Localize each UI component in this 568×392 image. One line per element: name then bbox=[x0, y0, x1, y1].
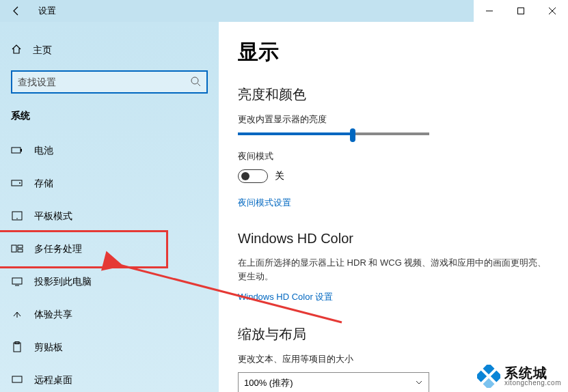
minimize-button[interactable] bbox=[474, 0, 505, 22]
multitask-icon bbox=[11, 244, 23, 255]
svg-point-9 bbox=[16, 218, 18, 219]
sidebar-item-battery[interactable]: 电池 bbox=[0, 135, 219, 167]
sidebar-item-label: 体验共享 bbox=[34, 309, 72, 321]
clipboard-icon bbox=[11, 341, 23, 354]
scale-select-value: 100% (推荐) bbox=[244, 377, 293, 389]
sidebar-home[interactable]: 主页 bbox=[0, 38, 219, 62]
svg-rect-18 bbox=[12, 376, 22, 382]
page-title: 显示 bbox=[238, 38, 549, 66]
watermark-domain: xitongcheng.com bbox=[504, 380, 561, 387]
svg-point-2 bbox=[191, 77, 198, 84]
brightness-slider[interactable] bbox=[238, 132, 429, 135]
svg-rect-10 bbox=[12, 245, 16, 252]
hd-color-desc: 在上面所选择的显示器上让 HDR 和 WCG 视频、游戏和应用中的画面更明亮、更… bbox=[238, 256, 549, 283]
svg-rect-5 bbox=[21, 149, 22, 152]
search-box[interactable] bbox=[11, 70, 208, 94]
remote-icon bbox=[11, 375, 23, 387]
scale-select[interactable]: 100% (推荐) bbox=[238, 372, 429, 392]
shared-icon bbox=[11, 309, 23, 321]
home-icon bbox=[11, 44, 22, 57]
sidebar-item-label: 存储 bbox=[34, 178, 53, 190]
sidebar-item-clipboard[interactable]: 剪贴板 bbox=[0, 331, 219, 364]
watermark-logo-icon bbox=[477, 365, 500, 388]
scale-label: 更改文本、应用等项目的大小 bbox=[238, 353, 549, 365]
svg-rect-1 bbox=[518, 8, 524, 14]
svg-rect-11 bbox=[18, 245, 23, 248]
sidebar-item-label: 平板模式 bbox=[34, 210, 72, 223]
sidebar-item-multitask[interactable]: 多任务处理 bbox=[0, 233, 219, 266]
night-light-state: 关 bbox=[275, 170, 284, 182]
night-light-label: 夜间模式 bbox=[238, 150, 549, 163]
hd-color-settings-link[interactable]: Windows HD Color 设置 bbox=[238, 291, 333, 303]
svg-rect-23 bbox=[483, 378, 494, 388]
night-light-toggle[interactable] bbox=[238, 169, 268, 183]
sidebar: 主页 系统 电池存储平板模式多任务处理投影到此电脑体验共享剪贴板远程桌面 bbox=[0, 22, 219, 392]
sidebar-item-shared[interactable]: 体验共享 bbox=[0, 298, 219, 331]
tablet-icon bbox=[11, 211, 23, 223]
back-button[interactable] bbox=[0, 0, 33, 22]
chevron-down-icon bbox=[415, 378, 423, 389]
search-input[interactable] bbox=[18, 76, 190, 87]
slider-thumb[interactable] bbox=[350, 128, 355, 142]
content: 显示 亮度和颜色 更改内置显示器的亮度 夜间模式 关 夜间模式设置 Window… bbox=[219, 22, 568, 392]
close-button[interactable] bbox=[537, 0, 568, 22]
toggle-knob bbox=[241, 172, 249, 180]
sidebar-item-storage[interactable]: 存储 bbox=[0, 167, 219, 200]
sidebar-item-tablet[interactable]: 平板模式 bbox=[0, 200, 219, 233]
project-icon bbox=[11, 277, 23, 288]
sidebar-item-label: 远程桌面 bbox=[34, 374, 72, 387]
sidebar-home-label: 主页 bbox=[33, 44, 52, 57]
sidebar-item-label: 电池 bbox=[34, 145, 53, 157]
titlebar: 设置 bbox=[0, 0, 568, 22]
sidebar-item-label: 多任务处理 bbox=[34, 243, 82, 255]
watermark-name: 系统城 bbox=[504, 366, 561, 380]
sidebar-item-project[interactable]: 投影到此电脑 bbox=[0, 266, 219, 298]
svg-rect-21 bbox=[491, 371, 500, 382]
sidebar-section-system: 系统 bbox=[0, 110, 219, 122]
storage-icon bbox=[11, 178, 23, 190]
section-brightness-color: 亮度和颜色 bbox=[238, 85, 549, 104]
section-scale-layout: 缩放与布局 bbox=[238, 325, 549, 344]
sidebar-nav: 电池存储平板模式多任务处理投影到此电脑体验共享剪贴板远程桌面 bbox=[0, 135, 219, 392]
window-title: 设置 bbox=[33, 5, 56, 17]
sidebar-item-label: 剪贴板 bbox=[34, 341, 63, 354]
night-light-settings-link[interactable]: 夜间模式设置 bbox=[238, 197, 291, 209]
maximize-button[interactable] bbox=[505, 0, 537, 22]
svg-rect-12 bbox=[18, 249, 23, 252]
watermark: 系统城 xitongcheng.com bbox=[477, 365, 561, 388]
battery-icon bbox=[11, 145, 23, 157]
sidebar-item-label: 投影到此电脑 bbox=[34, 276, 92, 288]
svg-rect-4 bbox=[12, 148, 21, 153]
svg-rect-13 bbox=[12, 278, 22, 284]
svg-line-3 bbox=[198, 83, 200, 86]
brightness-label: 更改内置显示器的亮度 bbox=[238, 113, 549, 126]
window-controls bbox=[474, 0, 568, 22]
sidebar-item-remote[interactable]: 远程桌面 bbox=[0, 364, 219, 392]
section-hd-color: Windows HD Color bbox=[238, 231, 549, 247]
search-icon bbox=[190, 76, 201, 89]
svg-point-7 bbox=[19, 182, 21, 184]
svg-rect-22 bbox=[477, 371, 487, 382]
svg-rect-20 bbox=[483, 365, 494, 374]
